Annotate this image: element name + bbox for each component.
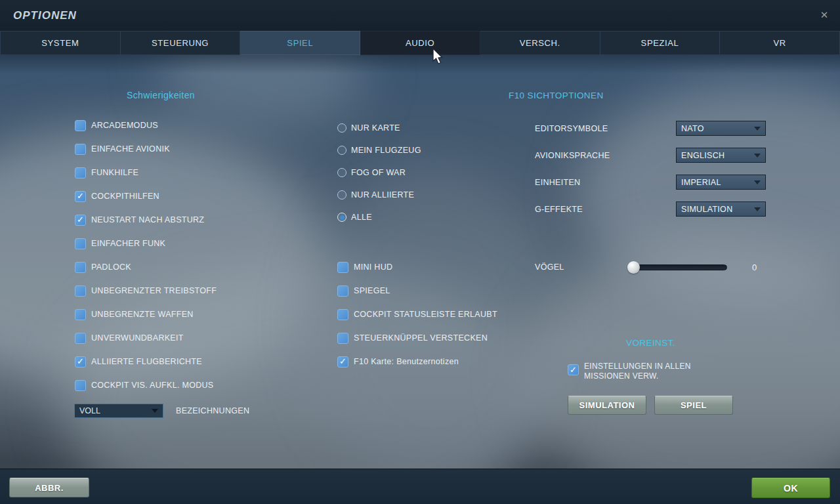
chevron-down-icon: [754, 127, 761, 131]
close-icon[interactable]: ✕: [818, 9, 831, 22]
radio-label: FOG OF WAR: [351, 168, 406, 177]
checkbox-cockpit-statusleiste-erlaubt[interactable]: ✓COCKPIT STATUSLEISTE ERLAUBT: [337, 303, 497, 326]
checkbox-box: ✓: [75, 215, 86, 226]
checkbox-arcademodus[interactable]: ✓ARCADEMODUS: [75, 114, 217, 137]
checkbox-einfache-avionik[interactable]: ✓EINFACHE AVIONIK: [75, 137, 217, 161]
checkbox-einfacher-funk[interactable]: ✓EINFACHER FUNK: [75, 232, 217, 255]
checkbox-unbegrenzte-waffen[interactable]: ✓UNBEGRENZTE WAFFEN: [75, 303, 217, 326]
presets-header: VOREINST.: [568, 338, 733, 348]
select-row-einheiten: EINHEITENIMPERIAL: [535, 169, 766, 196]
checkbox-box: ✓: [75, 144, 86, 155]
f10-select-rows: EDITORSYMBOLENATOAVIONIKSPRACHEENGLISCHE…: [535, 115, 766, 222]
check-icon: ✓: [77, 191, 84, 201]
checkbox-label: F10 Karte: Benutzernotizen: [354, 357, 459, 366]
checkbox-label: PADLOCK: [91, 262, 131, 272]
labels-select[interactable]: VOLL: [74, 404, 163, 418]
checkbox-neustart-nach-absturz[interactable]: ✓NEUSTART NACH ABSTURZ: [75, 208, 217, 232]
checkbox-box: ✓: [75, 167, 86, 178]
options-dialog: OPTIONEN ✕ SYSTEMSTEUERUNGSPIELAUDIOVERS…: [0, 0, 840, 504]
chevron-down-icon: [152, 409, 158, 413]
preset-simulation-button[interactable]: SIMULATION: [568, 396, 646, 415]
select-einheiten[interactable]: IMPERIAL: [676, 175, 766, 190]
select-row-editorsymbole: EDITORSYMBOLENATO: [535, 115, 766, 142]
check-icon: ✓: [77, 356, 84, 366]
footer-bar: ABBR. OK: [0, 469, 840, 504]
tab-label: SPIEL: [287, 38, 313, 48]
chevron-down-icon: [754, 154, 761, 158]
checkbox-label: FUNKHILFE: [91, 168, 138, 177]
chevron-down-icon: [754, 180, 761, 184]
checkbox-funkhilfe[interactable]: ✓FUNKHILFE: [75, 161, 217, 184]
checkbox-label: STEUERKNÜPPEL VERSTECKEN: [354, 333, 488, 343]
radio-circle: [337, 123, 346, 133]
dialog-title: OPTIONEN: [13, 0, 77, 31]
top-shade: [0, 55, 840, 74]
checkbox-box: ✓: [75, 333, 86, 344]
checkbox-unbegrenzter-treibstoff[interactable]: ✓UNBEGRENZTER TREIBSTOFF: [75, 279, 217, 303]
checkbox-f10-karte-benutzernotizen[interactable]: ✓F10 Karte: Benutzernotizen: [337, 350, 497, 373]
title-bar: OPTIONEN ✕: [0, 0, 840, 31]
radio-nur-alliierte[interactable]: NUR ALLIIERTE: [337, 184, 421, 206]
select-value: IMPERIAL: [681, 178, 721, 187]
cancel-button[interactable]: ABBR.: [9, 478, 89, 497]
tab-label: VERSCH.: [520, 38, 560, 48]
select-g-effekte[interactable]: SIMULATION: [676, 201, 766, 217]
checkbox-cockpithilfen[interactable]: ✓COCKPITHILFEN: [75, 184, 217, 208]
check-icon: ✓: [77, 215, 84, 224]
tab-spezial[interactable]: SPEZIAL: [600, 31, 721, 55]
checkbox-label: ARCADEMODUS: [91, 121, 158, 130]
checkbox-box: ✓: [75, 262, 86, 273]
checkbox-mini-hud[interactable]: ✓MINI HUD: [337, 255, 497, 279]
birds-slider-handle[interactable]: [627, 261, 640, 274]
checkbox-alliierte-flugberichte[interactable]: ✓ALLIIERTE FLUGBERICHTE: [75, 350, 217, 373]
select-editorsymbole[interactable]: NATO: [676, 121, 766, 136]
radio-circle: [337, 213, 346, 222]
ok-button[interactable]: OK: [751, 478, 830, 498]
select-label: EDITORSYMBOLE: [535, 124, 676, 133]
radio-mein-flugzeug[interactable]: MEIN FLUGZEUG: [337, 139, 421, 161]
birds-slider-track[interactable]: [629, 264, 727, 270]
checkbox-unverwundbarkeit[interactable]: ✓UNVERWUNDBARKEIT: [75, 326, 217, 350]
checkbox-spiegel[interactable]: ✓SPIEGEL: [337, 279, 497, 303]
f10-view-options-header: F10 SICHTOPTIONEN: [509, 91, 640, 100]
tab-audio[interactable]: AUDIO: [360, 31, 480, 55]
radio-circle: [337, 190, 346, 200]
tab-label: SYSTEM: [41, 38, 79, 48]
checkbox-cockpit-vis-aufkl-modus[interactable]: ✓COCKPIT VIS. AUFKL. MODUS: [75, 373, 217, 397]
tab-versch[interactable]: VERSCH.: [480, 31, 600, 55]
difficulty-checkbox-list: ✓ARCADEMODUS✓EINFACHE AVIONIK✓FUNKHILFE✓…: [75, 114, 217, 397]
radio-fog-of-war[interactable]: FOG OF WAR: [337, 161, 421, 184]
apply-all-missions-checkbox[interactable]: ✓ EINSTELLUNGEN IN ALLEN MISSIONEN VERW.: [568, 362, 705, 381]
preset-game-button[interactable]: SPIEL: [654, 396, 733, 415]
difficulty-header: Schwierigkeiten: [79, 90, 243, 100]
radio-label: NUR ALLIIERTE: [351, 190, 414, 200]
checkbox-label: EINFACHER FUNK: [91, 239, 165, 248]
checkbox-box: ✓: [75, 191, 86, 202]
checkbox-padlock[interactable]: ✓PADLOCK: [75, 255, 217, 279]
checkbox-box: ✓: [75, 238, 86, 249]
radio-nur-karte[interactable]: NUR KARTE: [337, 117, 421, 139]
select-label: G-EFFEKTE: [535, 205, 676, 214]
radio-alle[interactable]: ALLE: [337, 206, 421, 228]
labels-select-value: VOLL: [79, 406, 100, 415]
select-row-avioniksprache: AVIONIKSPRACHEENGLISCH: [535, 142, 766, 169]
checkbox-label: UNBEGRENZTER TREIBSTOFF: [91, 286, 217, 295]
checkbox-box: ✓: [337, 356, 348, 368]
tab-vr[interactable]: VR: [720, 31, 840, 55]
checkbox-steuerkn-ppel-verstecken[interactable]: ✓STEUERKNÜPPEL VERSTECKEN: [337, 326, 497, 350]
checkbox-box: ✓: [337, 262, 348, 273]
checkbox-box: ✓: [75, 356, 86, 368]
map-view-radio-group: NUR KARTEMEIN FLUGZEUGFOG OF WARNUR ALLI…: [337, 117, 421, 228]
tab-steuerung[interactable]: STEUERUNG: [121, 31, 241, 55]
select-value: SIMULATION: [681, 205, 732, 214]
tab-bar: SYSTEMSTEUERUNGSPIELAUDIOVERSCH.SPEZIALV…: [0, 31, 840, 55]
checkbox-label: EINFACHE AVIONIK: [91, 144, 170, 154]
select-avioniksprache[interactable]: ENGLISCH: [676, 148, 766, 163]
tab-label: SPEZIAL: [641, 38, 679, 48]
select-label: EINHEITEN: [535, 178, 676, 187]
select-row-g-effekte: G-EFFEKTESIMULATION: [535, 196, 766, 222]
checkbox-label: EINSTELLUNGEN IN ALLEN MISSIONEN VERW.: [584, 362, 696, 381]
tab-label: STEUERUNG: [152, 38, 209, 48]
tab-system[interactable]: SYSTEM: [0, 31, 121, 55]
tab-spiel[interactable]: SPIEL: [240, 31, 360, 55]
